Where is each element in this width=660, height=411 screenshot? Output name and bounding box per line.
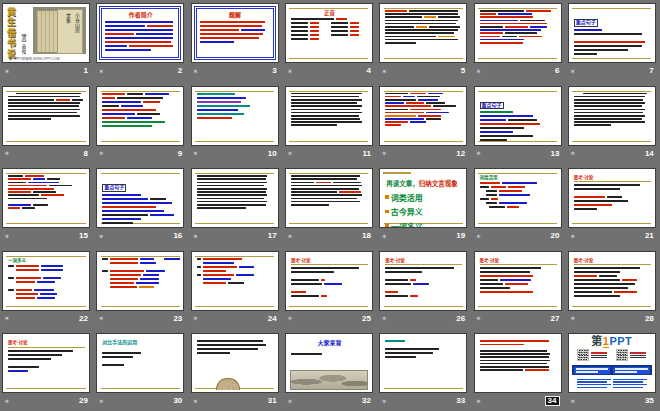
slide-thumbnail[interactable]: 大家来背 — [285, 333, 373, 393]
slide-number[interactable]: 7 — [649, 67, 653, 75]
text-segment — [8, 370, 28, 372]
slide-text-lines — [574, 184, 651, 210]
slide-thumbnail[interactable] — [191, 168, 279, 228]
text-segment — [410, 121, 425, 123]
slide-number[interactable]: 17 — [268, 232, 277, 240]
slide-thumbnail[interactable] — [285, 86, 373, 146]
text-line — [291, 279, 368, 281]
slide-number[interactable]: 16 — [173, 232, 182, 240]
slide-thumbnail[interactable] — [191, 251, 279, 311]
slide-thumbnail[interactable]: 题解 — [191, 3, 279, 63]
slide-number[interactable]: 11 — [362, 150, 370, 158]
text-segment — [480, 115, 534, 117]
slide-number[interactable]: 32 — [362, 397, 371, 405]
text-segment — [499, 202, 527, 204]
text-segment — [291, 102, 357, 104]
slide-number[interactable]: 27 — [551, 315, 560, 323]
slide-number[interactable]: 26 — [456, 315, 465, 323]
slide-number[interactable]: 23 — [173, 315, 182, 323]
slide-number[interactable]: 3 — [272, 67, 276, 75]
slide-thumbnail[interactable]: 思考·讨论 — [568, 168, 656, 228]
text-line — [385, 112, 462, 114]
text-line — [102, 121, 179, 123]
slide-thumbnail[interactable] — [191, 86, 279, 146]
slide-thumbnail[interactable] — [474, 333, 562, 393]
slide-thumbnail[interactable] — [379, 333, 467, 393]
slide-number[interactable]: 22 — [79, 315, 88, 323]
slide-number[interactable]: 35 — [645, 397, 654, 405]
slide-thumbnail[interactable] — [379, 3, 467, 63]
slide-number[interactable]: 25 — [362, 315, 371, 323]
text-segment — [197, 117, 232, 119]
slide-number[interactable]: 2 — [178, 67, 182, 75]
link-list[interactable] — [577, 377, 611, 389]
slide-thumbnail[interactable] — [2, 168, 90, 228]
link-list[interactable] — [613, 377, 647, 389]
slide-thumbnail[interactable]: 重点句子 — [96, 168, 184, 228]
slide-number[interactable]: 33 — [456, 397, 465, 405]
slide-number[interactable]: 6 — [555, 67, 559, 75]
slide-thumbnail[interactable]: 正音 — [285, 3, 373, 63]
slide-number[interactable]: 28 — [645, 315, 654, 323]
slide-number[interactable]: 19 — [456, 232, 465, 240]
slide-number[interactable]: 8 — [84, 150, 88, 158]
slide-number[interactable]: 14 — [645, 150, 654, 158]
slide-number[interactable]: 9 — [178, 150, 182, 158]
slide-number[interactable]: 13 — [551, 150, 560, 158]
slide-number[interactable]: 12 — [456, 150, 465, 158]
slide-thumbnail[interactable]: 一词多义 — [2, 251, 90, 311]
slide-number[interactable]: 21 — [645, 232, 654, 240]
slide-title: 思考·讨论 — [8, 340, 85, 347]
slide-thumbnail[interactable]: 第1PPT — [568, 333, 656, 393]
slide-thumbnail[interactable] — [96, 86, 184, 146]
slide-thumbnail[interactable] — [568, 86, 656, 146]
slide-number[interactable]: 15 — [79, 232, 88, 240]
slide-thumbnail[interactable]: 黄生借书说【清】袁枚小仓山房文集第一PPT模板网-WWW.1PPT.COM — [2, 3, 90, 63]
slide-number[interactable]: 30 — [173, 397, 182, 405]
slide-thumbnail[interactable]: 思考·讨论 — [285, 251, 373, 311]
slide-thumbnail[interactable] — [474, 3, 562, 63]
slide-number[interactable]: 10 — [268, 150, 277, 158]
banner-box[interactable] — [574, 367, 611, 374]
slide-number[interactable]: 20 — [551, 232, 560, 240]
text-segment — [56, 99, 70, 101]
slide-number[interactable]: 34 — [545, 396, 560, 406]
slide-thumbnail[interactable]: 重点句子 — [474, 86, 562, 146]
slide-thumbnail[interactable]: 思考·讨论 — [568, 251, 656, 311]
text-segment — [16, 269, 39, 271]
slide-thumbnail[interactable]: 思考·讨论 — [474, 251, 562, 311]
slide-number[interactable]: 1 — [84, 67, 88, 75]
text-line — [574, 49, 651, 51]
text-segment — [428, 93, 443, 95]
text-segment — [350, 26, 359, 28]
slide-number[interactable]: 24 — [268, 315, 277, 323]
text-segment — [385, 105, 431, 107]
text-segment — [480, 271, 531, 273]
text-line — [102, 198, 179, 200]
slide-thumbnail[interactable] — [379, 86, 467, 146]
slide-thumbnail[interactable]: 再读文章，归纳文言现象词类活用古今异义一词多义 — [379, 168, 467, 228]
slide-thumbnail[interactable] — [96, 251, 184, 311]
text-segment — [291, 295, 319, 297]
slide-number[interactable]: 5 — [461, 67, 465, 75]
slide-thumbnail[interactable]: 对比手法的运用 — [96, 333, 184, 393]
text-segment — [200, 37, 260, 39]
slide-thumbnail[interactable] — [191, 333, 279, 393]
text-segment — [331, 30, 348, 32]
slide-number[interactable]: 18 — [362, 232, 371, 240]
slide-thumbnail[interactable]: 作者简介 — [96, 3, 184, 63]
slide-body — [574, 93, 651, 140]
slide-thumbnail[interactable]: 思考·讨论 — [379, 251, 467, 311]
text-segment — [574, 283, 636, 285]
slide-thumbnail[interactable] — [2, 86, 90, 146]
slide-thumbnail[interactable]: 重点句子 — [568, 3, 656, 63]
slide-thumbnail[interactable]: 思考·讨论 — [2, 333, 90, 393]
slide-thumbnail[interactable]: 词类活用 — [474, 168, 562, 228]
text-line — [105, 29, 176, 31]
text-line — [200, 29, 271, 31]
slide-thumbnail[interactable] — [285, 168, 373, 228]
slide-number[interactable]: 29 — [79, 397, 88, 405]
slide-number[interactable]: 4 — [366, 67, 370, 75]
banner-box[interactable] — [613, 367, 650, 374]
slide-number[interactable]: 31 — [268, 397, 277, 405]
